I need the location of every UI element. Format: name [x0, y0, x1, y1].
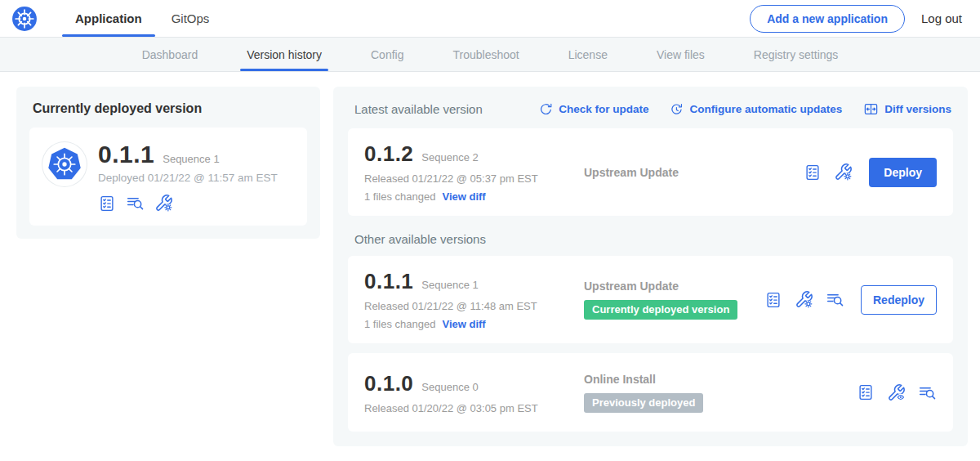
- view-config-icon[interactable]: [887, 383, 906, 402]
- configure-automatic-updates-link[interactable]: Configure automatic updates: [670, 102, 842, 116]
- tab-application[interactable]: Application: [60, 0, 157, 37]
- released-timestamp: Released 01/21/22 @ 05:37 pm EST: [364, 172, 572, 185]
- version-number: 0.1.0: [364, 371, 413, 396]
- app-logo: [42, 142, 87, 186]
- version-card-0-1-1: 0.1.1 Sequence 1 Released 01/21/22 @ 11:…: [348, 256, 953, 343]
- latest-available-title: Latest available version: [354, 102, 483, 116]
- view-diff-link[interactable]: View diff: [442, 318, 485, 330]
- logout-button[interactable]: Log out: [921, 11, 967, 25]
- sequence-label: Sequence 1: [421, 279, 478, 291]
- deploy-logs-icon[interactable]: [826, 290, 844, 309]
- configure-automatic-updates-label: Configure automatic updates: [689, 103, 842, 115]
- version-card-0-1-2: 0.1.2 Sequence 2 Released 01/21/22 @ 05:…: [348, 128, 953, 216]
- main-content: Currently deployed version 0.1.1 Sequenc…: [0, 72, 980, 446]
- tab-view-files[interactable]: View files: [632, 38, 729, 71]
- files-changed-label: 1 files changed: [364, 190, 435, 203]
- available-versions-panel: Latest available version Check for updat…: [333, 87, 968, 446]
- diff-versions-label: Diff versions: [884, 103, 951, 115]
- diff-columns-icon: [863, 101, 879, 117]
- version-card-0-1-0: 0.1.0 Sequence 0 Released 01/20/22 @ 03:…: [348, 353, 953, 432]
- tab-troubleshoot[interactable]: Troubleshoot: [428, 38, 543, 71]
- deployed-version-card: 0.1.1 Sequence 1 Deployed 01/21/22 @ 11:…: [29, 128, 307, 226]
- check-for-update-label: Check for update: [559, 103, 648, 115]
- preflight-checklist-icon[interactable]: [857, 383, 875, 401]
- tab-version-history[interactable]: Version history: [222, 38, 346, 71]
- tab-license[interactable]: License: [544, 38, 632, 71]
- sequence-label: Sequence 0: [421, 381, 478, 393]
- tab-config[interactable]: Config: [346, 38, 428, 71]
- deploy-logs-icon[interactable]: [126, 194, 145, 213]
- kubernetes-logo: [11, 0, 38, 37]
- other-available-title: Other available versions: [354, 232, 951, 246]
- refresh-icon: [539, 102, 553, 116]
- currently-deployed-badge: Currently deployed version: [584, 300, 737, 320]
- deploy-button[interactable]: Deploy: [869, 158, 937, 187]
- clock-refresh-icon: [670, 102, 684, 116]
- redeploy-button[interactable]: Redeploy: [861, 285, 937, 315]
- version-number: 0.1.1: [364, 269, 413, 294]
- tab-dashboard[interactable]: Dashboard: [118, 38, 223, 71]
- top-nav: Application GitOps Add a new application…: [0, 0, 980, 38]
- deployed-panel-title: Currently deployed version: [33, 101, 307, 116]
- files-changed-label: 1 files changed: [364, 318, 435, 330]
- deployed-version-number: 0.1.1: [98, 141, 154, 168]
- preflight-checklist-icon[interactable]: [764, 291, 782, 309]
- edit-config-icon[interactable]: [154, 194, 173, 213]
- tab-gitops[interactable]: GitOps: [157, 0, 225, 37]
- version-number: 0.1.2: [364, 141, 413, 167]
- add-application-button[interactable]: Add a new application: [750, 5, 905, 33]
- preflight-checklist-icon[interactable]: [98, 195, 116, 213]
- currently-deployed-panel: Currently deployed version 0.1.1 Sequenc…: [16, 87, 320, 239]
- edit-config-icon[interactable]: [795, 290, 813, 309]
- edit-config-icon[interactable]: [834, 163, 853, 181]
- preflight-checklist-icon[interactable]: [804, 163, 822, 181]
- app-subnav: Dashboard Version history Config Trouble…: [0, 38, 980, 72]
- deployed-timestamp: Deployed 01/21/22 @ 11:57 am EST: [98, 172, 278, 184]
- sequence-label: Sequence 2: [421, 151, 478, 163]
- deployed-sequence-label: Sequence 1: [163, 153, 219, 165]
- version-source-label: Upstream Update: [584, 166, 804, 179]
- check-for-update-link[interactable]: Check for update: [539, 102, 648, 116]
- released-timestamp: Released 01/20/22 @ 03:05 pm EST: [364, 402, 572, 414]
- view-diff-link[interactable]: View diff: [442, 190, 485, 203]
- previously-deployed-badge: Previously deployed: [584, 393, 703, 413]
- released-timestamp: Released 01/21/22 @ 11:48 am EST: [364, 300, 572, 312]
- version-source-label: Online Install: [584, 373, 857, 386]
- diff-versions-link[interactable]: Diff versions: [863, 101, 951, 117]
- deploy-logs-icon[interactable]: [918, 383, 937, 402]
- version-source-label: Upstream Update: [584, 280, 764, 293]
- tab-registry-settings[interactable]: Registry settings: [729, 38, 862, 71]
